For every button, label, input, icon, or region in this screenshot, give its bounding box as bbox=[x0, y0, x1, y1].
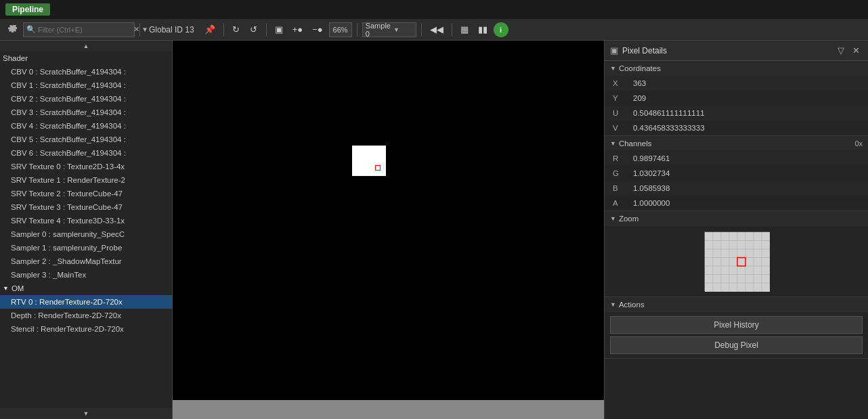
scroll-down-button[interactable]: ▼ bbox=[0, 408, 172, 419]
channel-a-label: A bbox=[613, 199, 633, 207]
sample-dropdown[interactable]: Sample 0 ▼ bbox=[362, 22, 416, 37]
zoom-in-button[interactable]: +● bbox=[289, 22, 306, 38]
global-id-label: Global ID 13 bbox=[145, 25, 198, 35]
right-panel-header: ▣ Pixel Details ▽ ✕ bbox=[605, 41, 868, 61]
first-frame-icon: ◀◀ bbox=[430, 24, 443, 35]
channel-g-value: 1.0302734 bbox=[633, 169, 670, 177]
coord-x-value: 363 bbox=[633, 79, 646, 87]
chart-icon: ▮▮ bbox=[478, 24, 487, 35]
channel-g-label: G bbox=[613, 169, 633, 177]
list-item[interactable]: Sampler 1 : samplerunity_Probe bbox=[0, 241, 172, 255]
info-button[interactable]: i bbox=[494, 22, 508, 37]
channel-a-value: 1.0000000 bbox=[633, 199, 670, 207]
list-item[interactable]: Sampler 0 : samplerunity_SpecC bbox=[0, 227, 172, 241]
info-icon: i bbox=[500, 26, 502, 34]
coord-u-value: 0.504861111111111 bbox=[633, 109, 705, 117]
zoom-grid-container bbox=[704, 231, 769, 291]
coord-u-label: U bbox=[613, 109, 633, 117]
list-item[interactable]: Depth : RenderTexture-2D-720x bbox=[0, 309, 172, 322]
settings-button[interactable] bbox=[4, 22, 20, 38]
list-item[interactable]: SRV Texture 1 : RenderTexture-2 bbox=[0, 173, 172, 187]
panel-filter-button[interactable]: ▽ bbox=[835, 44, 847, 57]
first-frame-button[interactable]: ◀◀ bbox=[427, 22, 447, 38]
list-item[interactable]: CBV 4 : ScratchBuffer_4194304 : bbox=[0, 119, 172, 133]
main-content: ▲ ShaderCBV 0 : ScratchBuffer_4194304 :C… bbox=[0, 41, 868, 419]
pin-button[interactable]: 📌 bbox=[201, 22, 219, 38]
coordinates-section-header[interactable]: ▼ Coordinates bbox=[605, 61, 868, 76]
refresh-button[interactable]: ↻ bbox=[229, 22, 244, 38]
list-item[interactable]: CBV 0 : ScratchBuffer_4194304 : bbox=[0, 65, 172, 79]
zoom-grid-svg bbox=[705, 232, 770, 292]
list-item[interactable]: Shader bbox=[0, 51, 172, 65]
channels-section-header[interactable]: ▼ Channels 0x bbox=[605, 136, 868, 151]
zoom-out-button[interactable]: −● bbox=[309, 22, 326, 38]
list-item[interactable]: SRV Texture 2 : TextureCube-47 bbox=[0, 187, 172, 200]
right-panel-actions: ▽ ✕ bbox=[835, 44, 863, 57]
list-item[interactable]: SRV Texture 0 : Texture2D-13-4x bbox=[0, 160, 172, 173]
left-panel-scroll[interactable]: ShaderCBV 0 : ScratchBuffer_4194304 :CBV… bbox=[0, 51, 172, 408]
list-item[interactable]: Sampler 3 : _MainTex bbox=[0, 268, 172, 282]
zoom-section-header[interactable]: ▼ Zoom bbox=[605, 211, 868, 226]
gear-icon bbox=[7, 25, 17, 35]
channel-g-row: G 1.0302734 bbox=[605, 166, 868, 181]
separator-1 bbox=[139, 23, 140, 37]
list-item[interactable]: Stencil : RenderTexture-2D-720x bbox=[0, 322, 172, 336]
actions-arrow-icon: ▼ bbox=[610, 301, 616, 308]
pipeline-label: Pipeline bbox=[5, 3, 50, 16]
pixel-marker bbox=[375, 165, 381, 171]
coord-x-label: X bbox=[613, 79, 633, 87]
coord-y-label: Y bbox=[613, 94, 633, 102]
actions-section-header[interactable]: ▼ Actions bbox=[605, 297, 868, 312]
list-item[interactable]: CBV 2 : ScratchBuffer_4194304 : bbox=[0, 92, 172, 106]
channels-right-label: 0x bbox=[854, 139, 863, 148]
pin-icon: 📌 bbox=[204, 24, 215, 35]
coord-v-label: V bbox=[613, 124, 633, 132]
channels-section-label: Channels bbox=[619, 139, 852, 148]
scroll-up-button[interactable]: ▲ bbox=[0, 41, 172, 51]
channel-b-value: 1.0585938 bbox=[633, 184, 670, 192]
chart-button[interactable]: ▮▮ bbox=[475, 22, 491, 38]
list-item[interactable]: SRV Texture 3 : TextureCube-47 bbox=[0, 200, 172, 214]
panel-close-button[interactable]: ✕ bbox=[850, 44, 863, 57]
channels-arrow-icon: ▼ bbox=[610, 140, 616, 147]
list-item[interactable]: Sampler 2 : _ShadowMapTextur bbox=[0, 255, 172, 268]
canvas-area bbox=[173, 41, 604, 419]
left-panel: ▲ ShaderCBV 0 : ScratchBuffer_4194304 :C… bbox=[0, 41, 173, 419]
filter-box: 🔍 ✕ ▼ bbox=[23, 22, 135, 37]
right-panel: ▣ Pixel Details ▽ ✕ ▼ Coordinates X 363 … bbox=[604, 41, 868, 419]
filter-input[interactable] bbox=[38, 26, 131, 34]
history-button[interactable]: ↺ bbox=[246, 22, 261, 38]
rendered-object bbox=[352, 146, 386, 176]
refresh-icon: ↻ bbox=[232, 24, 240, 35]
search-icon: 🔍 bbox=[26, 25, 36, 34]
separator-3 bbox=[266, 23, 267, 37]
zoom-in-icon: +● bbox=[292, 24, 303, 35]
canvas-bottom-bar bbox=[173, 400, 604, 419]
list-item[interactable]: SRV Texture 4 : Texture3D-33-1x bbox=[0, 214, 172, 227]
dropdown-arrow-icon: ▼ bbox=[393, 26, 413, 33]
list-item[interactable]: CBV 1 : ScratchBuffer_4194304 : bbox=[0, 79, 172, 92]
list-item[interactable]: RTV 0 : RenderTexture-2D-720x bbox=[0, 295, 172, 309]
layout-button[interactable]: ▣ bbox=[272, 22, 286, 38]
zoom-arrow-icon: ▼ bbox=[610, 215, 616, 222]
coord-x-row: X 363 bbox=[605, 76, 868, 91]
list-item[interactable]: CBV 6 : ScratchBuffer_4194304 : bbox=[0, 146, 172, 160]
separator-4 bbox=[357, 23, 357, 37]
coord-y-value: 209 bbox=[633, 94, 646, 102]
layout-icon: ▣ bbox=[275, 24, 283, 35]
zoom-grid-area bbox=[605, 226, 868, 296]
pixel-details-title: Pixel Details bbox=[622, 46, 831, 56]
actions-section-block: ▼ Actions Pixel History Debug Pixel bbox=[605, 297, 868, 359]
list-item[interactable]: CBV 5 : ScratchBuffer_4194304 : bbox=[0, 133, 172, 146]
actions-section-label: Actions bbox=[619, 301, 863, 309]
canvas-viewport[interactable] bbox=[173, 41, 604, 400]
debug-pixel-button[interactable]: Debug Pixel bbox=[610, 336, 863, 354]
channel-r-label: R bbox=[613, 154, 633, 162]
list-item[interactable]: CBV 3 : ScratchBuffer_4194304 : bbox=[0, 106, 172, 119]
image-view-button[interactable]: ▦ bbox=[457, 22, 472, 38]
pixel-history-button[interactable]: Pixel History bbox=[610, 316, 863, 334]
channel-r-row: R 0.9897461 bbox=[605, 151, 868, 166]
list-item[interactable]: ▼OM bbox=[0, 282, 172, 295]
filter-clear-button[interactable]: ✕ bbox=[133, 25, 139, 34]
zoom-level-display: 66% bbox=[329, 22, 352, 37]
